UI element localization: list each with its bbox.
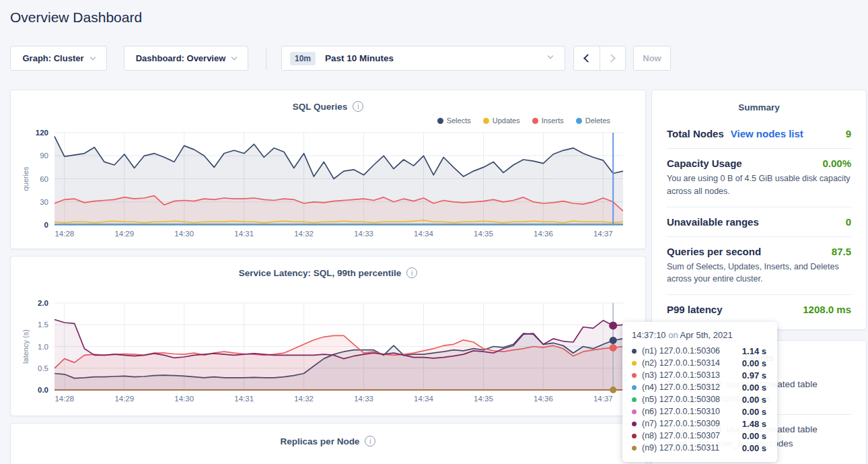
svg-text:1.5: 1.5 bbox=[38, 321, 48, 329]
svg-text:14:37: 14:37 bbox=[593, 230, 613, 238]
svg-text:14:36: 14:36 bbox=[534, 230, 553, 238]
chart-tooltip: 14:37:10 on Apr 5th, 2021 (n1) 127.0.0.1… bbox=[622, 322, 777, 462]
svg-text:2.0: 2.0 bbox=[38, 299, 48, 307]
svg-text:14:35: 14:35 bbox=[474, 395, 493, 403]
summary-value: 0 bbox=[846, 216, 851, 228]
svg-text:0.0: 0.0 bbox=[38, 386, 48, 394]
svg-text:14:35: 14:35 bbox=[474, 230, 493, 238]
svg-text:60: 60 bbox=[40, 175, 48, 183]
svg-text:14:30: 14:30 bbox=[174, 230, 194, 238]
svg-text:14:29: 14:29 bbox=[114, 230, 134, 238]
dashboard-dropdown-label: Dashboard: Overview bbox=[136, 53, 226, 63]
tooltip-row: (n4) 127.0.0.1:503120.00 s bbox=[632, 381, 766, 393]
chevron-left-icon bbox=[583, 54, 592, 63]
svg-text:14:32: 14:32 bbox=[294, 395, 314, 403]
svg-text:latency (s): latency (s) bbox=[22, 329, 30, 364]
latency-card: Service Latency: SQL, 99th percentile 14… bbox=[10, 256, 646, 416]
node-latency-value: 0.00 s bbox=[742, 358, 766, 368]
series-dot bbox=[632, 409, 637, 414]
series-dot bbox=[632, 422, 637, 426]
svg-text:14:33: 14:33 bbox=[354, 395, 373, 403]
info-icon[interactable] bbox=[406, 267, 417, 278]
tooltip-timestamp: 14:37:10 on Apr 5th, 2021 bbox=[632, 330, 766, 340]
time-range-badge: 10m bbox=[290, 52, 316, 65]
dashboard-dropdown[interactable]: Dashboard: Overview bbox=[124, 46, 248, 71]
svg-text:120: 120 bbox=[36, 129, 48, 137]
svg-text:14:30: 14:30 bbox=[174, 395, 194, 403]
tooltip-row: (n6) 127.0.0.1:503100.00 s bbox=[632, 405, 766, 418]
graph-dropdown[interactable]: Graph: Cluster bbox=[10, 46, 107, 71]
summary-row-head: Queries per second87.5 bbox=[667, 246, 851, 257]
next-range-button[interactable] bbox=[600, 46, 626, 70]
range-step-buttons bbox=[573, 46, 626, 71]
node-latency-value: 0.00 s bbox=[742, 383, 766, 393]
summary-description: You are using 0 B of 4.5 GiB usable disk… bbox=[667, 172, 851, 198]
svg-text:14:31: 14:31 bbox=[234, 395, 254, 403]
node-latency-value: 0.97 s bbox=[742, 370, 766, 380]
summary-row: P99 latency1208.0 ms bbox=[667, 294, 851, 324]
svg-text:14:34: 14:34 bbox=[414, 230, 433, 238]
now-button[interactable]: Now bbox=[633, 46, 671, 71]
svg-text:14:32: 14:32 bbox=[294, 230, 314, 238]
node-address: (n6) 127.0.0.1:50310 bbox=[642, 407, 742, 416]
summary-row: Capacity Usage0.00%You are using 0 B of … bbox=[667, 148, 851, 207]
tooltip-row: (n1) 127.0.0.1:503061.14 s bbox=[632, 345, 766, 357]
summary-label: Unavailable ranges bbox=[667, 216, 759, 228]
node-latency-value: 0.00 s bbox=[742, 407, 766, 417]
summary-label: Total Nodes bbox=[667, 128, 724, 139]
svg-text:14:29: 14:29 bbox=[114, 395, 134, 403]
chevron-down-icon bbox=[548, 53, 553, 59]
svg-text:0: 0 bbox=[44, 221, 48, 229]
svg-text:30: 30 bbox=[40, 198, 48, 206]
chevron-down-icon bbox=[89, 55, 95, 60]
summary-label: Queries per second bbox=[667, 246, 761, 257]
summary-row: Total NodesView nodes list9 bbox=[667, 119, 851, 148]
time-range-picker[interactable]: 10m Past 10 Minutes bbox=[281, 46, 565, 71]
tooltip-row: (n5) 127.0.0.1:503080.00 s bbox=[632, 393, 766, 405]
svg-text:14:31: 14:31 bbox=[234, 230, 254, 238]
prev-range-button[interactable] bbox=[574, 46, 600, 70]
node-address: (n3) 127.0.0.1:50313 bbox=[642, 370, 742, 380]
svg-text:14:33: 14:33 bbox=[354, 230, 373, 238]
tooltip-row: (n8) 127.0.0.1:503070.00 s bbox=[632, 430, 766, 442]
svg-text:queries: queries bbox=[22, 166, 30, 191]
graph-dropdown-label: Graph: Cluster bbox=[22, 53, 83, 63]
node-latency-value: 1.14 s bbox=[742, 346, 766, 356]
summary-panel: Summary Total NodesView nodes list9Capac… bbox=[651, 90, 867, 330]
chart-title: Service Latency: SQL, 99th percentile bbox=[239, 268, 402, 278]
chevron-down-icon bbox=[231, 55, 237, 60]
latency-chart[interactable]: 14:2814:2914:3014:3114:3214:3314:3414:35… bbox=[11, 289, 647, 410]
svg-text:14:28: 14:28 bbox=[55, 230, 74, 238]
node-latency-value: 0.00 s bbox=[742, 443, 766, 453]
series-dot bbox=[632, 434, 637, 438]
svg-text:1.0: 1.0 bbox=[38, 343, 48, 351]
series-dot bbox=[632, 446, 637, 451]
svg-text:14:37: 14:37 bbox=[593, 395, 613, 403]
node-address: (n7) 127.0.0.1:50309 bbox=[642, 419, 742, 428]
sql-queries-chart[interactable]: 14:2814:2914:3014:3114:3214:3314:3414:35… bbox=[11, 109, 647, 244]
node-address: (n2) 127.0.0.1:50314 bbox=[642, 358, 742, 368]
summary-label: Capacity Usage bbox=[667, 158, 742, 169]
view-nodes-link[interactable]: View nodes list bbox=[731, 128, 803, 139]
replicas-card: Replicas per Node bbox=[10, 423, 646, 464]
info-icon[interactable] bbox=[365, 436, 375, 446]
series-dot bbox=[632, 385, 637, 390]
node-address: (n8) 127.0.0.1:50307 bbox=[642, 431, 742, 440]
summary-title: Summary bbox=[667, 102, 851, 112]
tooltip-row: (n3) 127.0.0.1:503130.97 s bbox=[632, 369, 766, 381]
tooltip-row: (n2) 127.0.0.1:503140.00 s bbox=[632, 357, 766, 369]
node-latency-value: 0.00 s bbox=[742, 431, 766, 441]
summary-row: Unavailable ranges0 bbox=[667, 207, 851, 236]
node-address: (n9) 127.0.0.1:50311 bbox=[642, 443, 742, 453]
summary-label: P99 latency bbox=[667, 304, 723, 315]
node-address: (n1) 127.0.0.1:50306 bbox=[642, 346, 742, 356]
node-latency-value: 0.00 s bbox=[742, 395, 766, 405]
series-dot bbox=[632, 361, 637, 366]
series-dot bbox=[632, 349, 637, 354]
chart-title: Replicas per Node bbox=[281, 436, 360, 446]
series-dot bbox=[632, 373, 637, 378]
svg-text:14:36: 14:36 bbox=[534, 395, 553, 403]
toolbar-divider bbox=[266, 47, 266, 70]
node-address: (n4) 127.0.0.1:50312 bbox=[642, 383, 742, 392]
svg-text:90: 90 bbox=[40, 152, 48, 160]
